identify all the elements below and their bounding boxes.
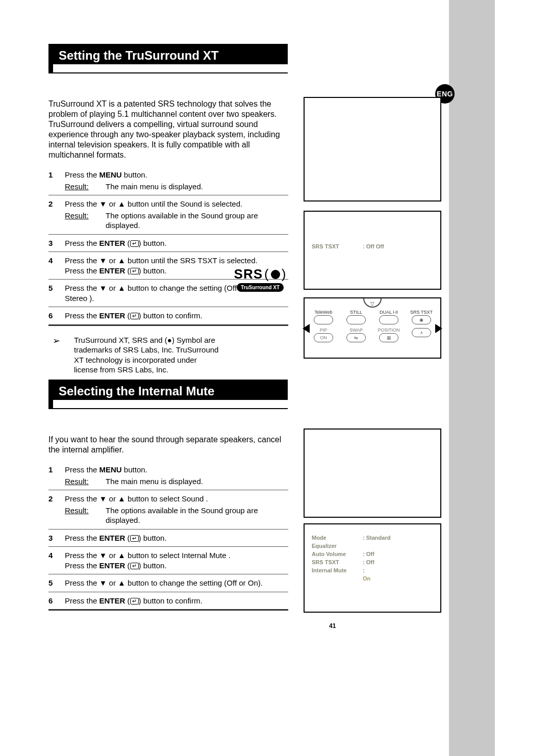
figure-osd-sound-2 [304, 429, 441, 518]
osd-row: Internal Mute: [305, 566, 440, 574]
step-row: 1 Press the MENU button. Result:The main… [48, 166, 288, 195]
step-body: Press the ENTER (↵) button to confirm. [65, 596, 288, 606]
step-row: 3 Press the ENTER (↵) button. [48, 235, 288, 253]
step-row: 1 Press the MENU button. Result:The main… [48, 461, 288, 490]
remote-button: STILL [341, 310, 371, 324]
step-num: 6 [48, 596, 56, 606]
step-row: 6 Press the ENTER (↵) button to confirm. [48, 307, 288, 326]
step-num: 1 [48, 465, 56, 486]
step-body: Press the ENTER (↵) button. [65, 533, 288, 543]
step-body: Press the ENTER (↵) button. [65, 238, 288, 248]
result-text: The main menu is displayed. [106, 476, 288, 487]
osd-row-highlight: On [305, 574, 440, 583]
result-label: Result: [65, 182, 90, 192]
remote-button: SRS TSXT◉ [407, 310, 436, 324]
step-num: 1 [48, 170, 56, 191]
result-text: The main menu is displayed. [106, 182, 288, 192]
step-row: 2 Press the ▼ or ▲ button until the Soun… [48, 195, 288, 235]
osd-row: Mode: Standard [305, 534, 440, 542]
enter-icon: ↵ [130, 563, 139, 569]
step-body: Press the MENU button. Result:The main m… [65, 465, 288, 486]
step-row: 5 Press the ▼ or ▲ button to change the … [48, 574, 288, 592]
section-heading: Setting the TruSurround XT [48, 46, 288, 65]
result-text: The options available in the Sound group… [106, 506, 288, 525]
remote-button: TeleWeb [309, 310, 338, 324]
step-num: 6 [48, 311, 56, 321]
figure-remote: ▽ TeleWeb STILL DUAL I·II SRS TSXT◉ PIPO… [304, 297, 441, 359]
steps-list: 1 Press the MENU button. Result:The main… [48, 166, 288, 326]
step-num: 2 [48, 494, 56, 525]
osd-row: Equalizer [305, 542, 440, 550]
note-row: ➢ TruSurround XT, SRS and (●) Symbol are… [48, 335, 288, 375]
manual-page: ENG Setting the TruSurround XT TruSurrou… [0, 0, 551, 756]
figure-osd-internal-mute: Mode: Standard Equalizer Auto Volume: Of… [304, 523, 441, 613]
note-pointer-icon: ➢ [48, 335, 64, 347]
enter-icon: ↵ [130, 535, 139, 542]
step-row: 3 Press the ENTER (↵) button. [48, 530, 288, 547]
step-row: 4 Press the ▼ or ▲ button to select Inte… [48, 547, 288, 574]
enter-icon: ↵ [130, 240, 139, 247]
osd-label: SRS TSXT [312, 243, 363, 249]
step-num: 4 [48, 550, 56, 570]
page-number: 41 [329, 622, 336, 629]
sidebar-accent [449, 0, 495, 756]
note-text: TruSurround XT, SRS and (●) Symbol are t… [74, 335, 222, 375]
section-intro: TruSurround XT is a patented SRS technol… [48, 99, 288, 160]
srs-pill: TruSurround XT [237, 283, 284, 292]
figure-osd-sound-1 [304, 97, 441, 201]
step-body: Press the MENU button. Result:The main m… [65, 170, 288, 191]
enter-icon: ↵ [130, 598, 139, 604]
step-body: Press the ENTER (↵) button to confirm. [65, 311, 288, 321]
section-heading: Selecting the Internal Mute [48, 382, 288, 401]
step-num: 5 [48, 578, 56, 588]
enter-icon: ↵ [130, 313, 139, 319]
step-num: 5 [48, 283, 56, 303]
osd-row: Auto Volume: Off [305, 550, 440, 558]
result-label: Result: [65, 476, 90, 487]
right-arrow-icon [435, 324, 442, 333]
steps-list: 1 Press the MENU button. Result:The main… [48, 461, 288, 611]
result-label: Result: [65, 506, 90, 525]
remote-button: DUAL I·II [374, 310, 404, 324]
step-num: 2 [48, 199, 56, 231]
heading-bar: Selecting the Internal Mute [48, 382, 288, 401]
dot-icon [271, 270, 280, 279]
osd-row: SRS TSXT : Off Off [305, 242, 440, 250]
step-row: 2 Press the ▼ or ▲ button to select Soun… [48, 490, 288, 530]
remote-row: PIPON SWAP⇆ POSITION▦ ∧ [305, 325, 440, 344]
step-body: Press the ▼ or ▲ button to select Intern… [65, 550, 288, 570]
step-body: Press the ▼ or ▲ button to select Sound … [65, 494, 288, 525]
heading-bar: Setting the TruSurround XT [48, 46, 288, 65]
section-internal-mute: Selecting the Internal Mute If you want … [48, 382, 288, 611]
left-arrow-icon [303, 324, 310, 333]
figure-osd-srs: SRS TSXT : Off Off [304, 211, 441, 290]
step-num: 4 [48, 256, 56, 275]
section-trusurround: Setting the TruSurround XT TruSurround X… [48, 46, 288, 400]
osd-row: SRS TSXT: Off [305, 558, 440, 566]
step-num: 3 [48, 238, 56, 248]
result-label: Result: [65, 211, 90, 231]
srs-logo: SRS() TruSurround XT [232, 266, 288, 292]
result-text: The options available in the Sound group… [106, 211, 288, 231]
section-intro: If you want to hear the sound through se… [48, 435, 288, 455]
step-row: 6 Press the ENTER (↵) button to confirm. [48, 592, 288, 611]
enter-icon: ↵ [130, 268, 139, 274]
step-num: 3 [48, 533, 56, 543]
step-body: Press the ▼ or ▲ button until the Sound … [65, 199, 288, 231]
remote-row: TeleWeb STILL DUAL I·II SRS TSXT◉ [305, 308, 440, 325]
step-body: Press the ▼ or ▲ button to change the se… [65, 578, 288, 588]
